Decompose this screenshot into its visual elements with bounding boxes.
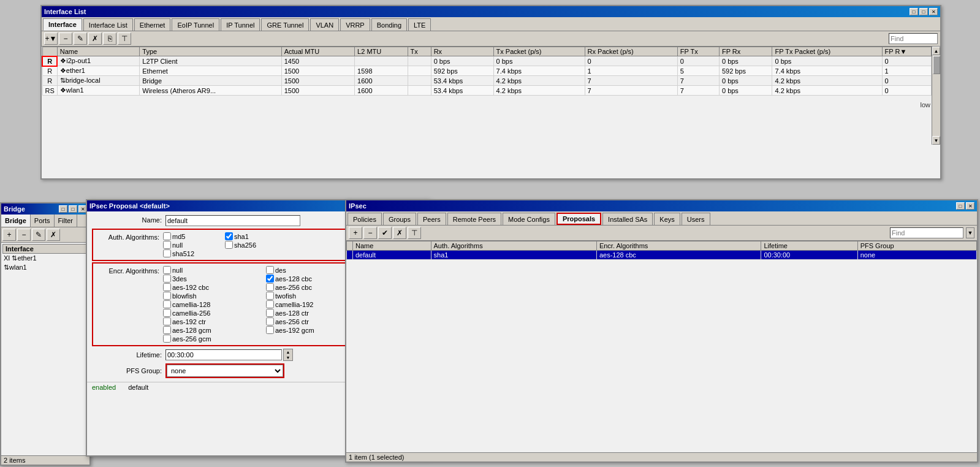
remove-btn[interactable]: − (59, 32, 72, 45)
encr-checkbox-aes256gcm[interactable] (163, 335, 171, 343)
find-input[interactable] (889, 33, 938, 44)
interface-scrollbar[interactable]: ▲ ▼ (932, 47, 940, 145)
scroll-up-btn[interactable]: ▲ (932, 47, 940, 55)
auth-cb-sha256[interactable]: sha256 (225, 241, 286, 249)
encr-cb-null_encr[interactable]: null (163, 266, 265, 274)
ipsec-col-name[interactable]: Name (353, 241, 431, 251)
encr-checkbox-camellia128[interactable] (163, 300, 171, 308)
auth-cb-sha1[interactable]: sha1 (225, 232, 286, 240)
col-actual-mtu[interactable]: Actual MTU (281, 47, 354, 56)
scroll-down-btn[interactable]: ▼ (932, 136, 940, 145)
name-input[interactable] (165, 215, 300, 226)
ipsec-close-x[interactable]: ✕ (966, 202, 974, 210)
encr-checkbox-aes192cbc[interactable] (163, 283, 171, 291)
encr-cb-aes192cbc[interactable]: aes-192 cbc (163, 283, 265, 291)
encr-checkbox-3des[interactable] (163, 275, 171, 283)
scroll-thumb[interactable] (933, 56, 940, 74)
bridge-add[interactable]: + (2, 229, 16, 241)
edit-btn[interactable]: ✎ (74, 32, 87, 45)
encr-checkbox-aes128ctr[interactable] (266, 309, 274, 317)
table-row[interactable]: defaultsha1aes-128 cbc00:30:00none (347, 251, 977, 260)
ipsec-tab-groups[interactable]: Groups (383, 213, 416, 225)
add-btn[interactable]: +▼ (44, 32, 58, 45)
encr-cb-3des[interactable]: 3des (163, 275, 265, 283)
auth-checkbox-md5[interactable] (163, 232, 171, 240)
auth-cb-sha512[interactable]: sha512 (163, 249, 224, 257)
ipsec-tab-remote-peers[interactable]: Remote Peers (447, 213, 501, 225)
ipsec-remove[interactable]: − (363, 227, 377, 239)
ipsec-tab-proposals[interactable]: Proposals (556, 213, 601, 225)
list-item[interactable]: XI ⇅ether1 (2, 254, 88, 263)
ipsec-table-container[interactable]: NameAuth. AlgorithmsEncr. AlgorithmsLife… (346, 241, 977, 260)
table-row[interactable]: R⇅bridge-localBridge1500160053.4 kbps4.2… (42, 76, 932, 86)
ipsec-tab-peers[interactable]: Peers (417, 213, 446, 225)
tab-eoip-tunnel[interactable]: EoIP Tunnel (172, 18, 219, 31)
encr-checkbox-aes128cbc[interactable] (266, 275, 274, 283)
bridge-tab-bridge[interactable]: Bridge (1, 215, 31, 227)
table-row[interactable]: R❖ether1Ethernet15001598592 bps7.4 kbps1… (42, 66, 932, 76)
pfs-select[interactable]: nonemodp768modp1024modp1536modp2048 (167, 365, 283, 377)
col-fp-rx[interactable]: FP Rx (719, 47, 772, 56)
auth-checkbox-null_auth[interactable] (163, 241, 171, 249)
table-row[interactable]: R❖i2p-out1L2TP Client14500 bps0 bps000 b… (42, 56, 932, 66)
tab-vrrp[interactable]: VRRP (340, 18, 370, 31)
minimize-btn[interactable]: □ (910, 8, 918, 15)
col-fp-tx-packet--p-s-[interactable]: FP Tx Packet (p/s) (772, 47, 882, 56)
ipsec-tab-policies[interactable]: Policies (348, 213, 382, 225)
tab-gre-tunnel[interactable]: GRE Tunnel (261, 18, 309, 31)
col-fp-r▼[interactable]: FP R▼ (882, 47, 931, 56)
encr-checkbox-camellia256[interactable] (163, 309, 171, 317)
col-type[interactable]: Type (140, 47, 281, 56)
ipsec-find-input[interactable] (890, 227, 963, 238)
encr-cb-aes256gcm[interactable]: aes-256 gcm (163, 335, 265, 343)
auth-checkbox-sha256[interactable] (225, 241, 233, 249)
copy-btn[interactable]: ⎘ (103, 32, 116, 45)
col-rx-packet--p-s-[interactable]: Rx Packet (p/s) (585, 47, 677, 56)
list-item[interactable]: ⇅wlan1 (2, 263, 88, 272)
encr-cb-camellia128[interactable]: camellia-128 (163, 300, 265, 308)
tab-interface[interactable]: Interface (43, 18, 82, 31)
auth-cb-md5[interactable]: md5 (163, 232, 224, 240)
bridge-edit[interactable]: ✎ (32, 229, 45, 241)
ipsec-tab-mode-configs[interactable]: Mode Configs (503, 213, 555, 225)
encr-checkbox-twofish[interactable] (266, 292, 274, 300)
props-btn[interactable]: ✗ (88, 32, 102, 45)
auth-checkbox-sha1[interactable] (225, 232, 233, 240)
bridge-remove[interactable]: − (17, 229, 31, 241)
filter-btn[interactable]: ⊤ (118, 32, 131, 45)
lifetime-input[interactable] (165, 349, 282, 360)
ipsec-col-lifetime[interactable]: Lifetime (761, 241, 857, 251)
encr-checkbox-aes256cbc[interactable] (266, 283, 274, 291)
ipsec-col-pfs-group[interactable]: PFS Group (857, 241, 976, 251)
encr-checkbox-aes192gcm[interactable] (266, 326, 274, 334)
encr-cb-aes128gcm[interactable]: aes-128 gcm (163, 326, 265, 334)
ipsec-find-dropdown[interactable]: ▼ (966, 227, 974, 238)
col-l2-mtu[interactable]: L2 MTU (355, 47, 408, 56)
ipsec-minimize[interactable]: □ (956, 202, 965, 210)
tab-bonding[interactable]: Bonding (371, 18, 407, 31)
ipsec-tab-users[interactable]: Users (682, 213, 710, 225)
encr-checkbox-aes192ctr[interactable] (163, 317, 171, 325)
col-tx-packet--p-s-[interactable]: Tx Packet (p/s) (493, 47, 585, 56)
tab-ethernet[interactable]: Ethernet (134, 18, 171, 31)
col-tx[interactable]: Tx (408, 47, 431, 56)
encr-checkbox-aes256ctr[interactable] (266, 317, 274, 325)
bridge-tab-ports[interactable]: Ports (31, 215, 55, 227)
auth-checkbox-sha512[interactable] (163, 249, 171, 257)
maximize-btn[interactable]: □ (919, 8, 928, 15)
tab-vlan[interactable]: VLAN (310, 18, 339, 31)
encr-cb-aes192ctr[interactable]: aes-192 ctr (163, 317, 265, 325)
ipsec-add[interactable]: + (349, 227, 362, 239)
tab-interface-list[interactable]: Interface List (83, 18, 133, 31)
encr-checkbox-des[interactable] (266, 266, 274, 274)
col-name[interactable]: Name (57, 47, 140, 56)
ipsec-tab-installed-sas[interactable]: Installed SAs (602, 213, 653, 225)
bridge-tab-filter[interactable]: Filter (55, 215, 77, 227)
ipsec-cancel[interactable]: ✗ (393, 227, 406, 239)
col-fp-tx[interactable]: FP Tx (677, 47, 719, 56)
encr-checkbox-null_encr[interactable] (163, 266, 171, 274)
table-row[interactable]: RS❖wlan1Wireless (Atheros AR9...15001600… (42, 86, 932, 96)
ipsec-col-auth.-algorithms[interactable]: Auth. Algorithms (431, 241, 596, 251)
col-rx[interactable]: Rx (431, 47, 493, 56)
interface-table-container[interactable]: NameTypeActual MTUL2 MTUTxRxTx Packet (p… (42, 47, 932, 145)
